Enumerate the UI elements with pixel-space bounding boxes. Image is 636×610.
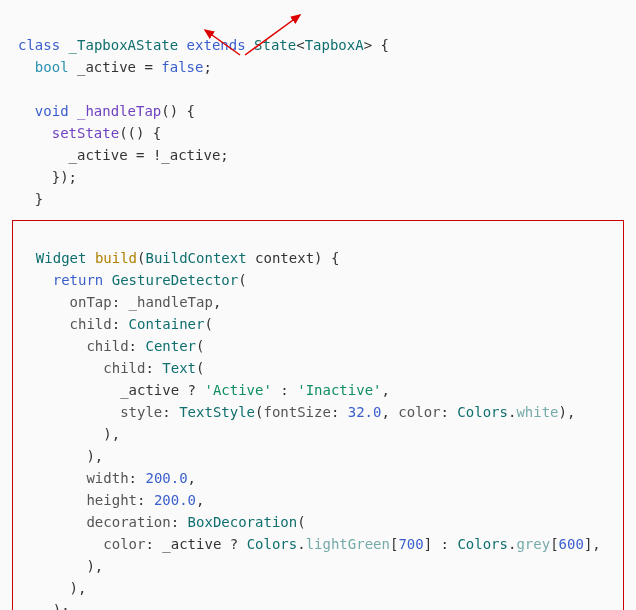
- k-fontsize: fontSize: [263, 404, 330, 420]
- rest: () {: [161, 103, 195, 119]
- colon2: :: [441, 404, 458, 420]
- white: white: [516, 404, 558, 420]
- cls-text: Text: [162, 360, 196, 376]
- cls-container: Container: [129, 316, 205, 332]
- var-active: _active: [77, 59, 136, 75]
- lhs: _active: [69, 147, 128, 163]
- close: ),: [559, 404, 576, 420]
- brace: > {: [364, 37, 389, 53]
- cls-textstyle: TextStyle: [179, 404, 255, 420]
- fn-setstate: setState: [52, 125, 119, 141]
- c: :: [272, 382, 297, 398]
- colors: Colors: [247, 536, 298, 552]
- type-param: TapboxA: [305, 37, 364, 53]
- v-200: 200.0: [145, 470, 187, 486]
- keyword-class: class: [18, 37, 60, 53]
- code-top: class _TapboxAState extends State<Tapbox…: [8, 8, 628, 214]
- fn-handletap: _handleTap: [77, 103, 161, 119]
- key-ontap: onTap: [70, 294, 112, 310]
- line: });: [18, 169, 77, 185]
- line: ),: [19, 448, 103, 464]
- key-width: width: [86, 470, 128, 486]
- colon: :: [129, 470, 146, 486]
- cls-center: Center: [145, 338, 196, 354]
- type-widget: Widget: [36, 250, 87, 266]
- n-600: 600: [559, 536, 584, 552]
- colors: Colors: [457, 536, 508, 552]
- dot: .: [297, 536, 305, 552]
- lightgreen: lightGreen: [306, 536, 390, 552]
- str-active: 'Active': [204, 382, 271, 398]
- colon: :: [171, 514, 188, 530]
- colon: :: [112, 316, 129, 332]
- line: ),: [19, 426, 120, 442]
- b: ],: [584, 536, 601, 552]
- n-700: 700: [398, 536, 423, 552]
- rhs: _active: [161, 147, 220, 163]
- val-handletap: _handleTap: [129, 294, 213, 310]
- rest: (: [238, 272, 246, 288]
- semi: ;: [220, 147, 228, 163]
- colors: Colors: [457, 404, 508, 420]
- keyword-return: return: [53, 272, 104, 288]
- v-32: 32.0: [348, 404, 382, 420]
- rest: (: [196, 360, 204, 376]
- cls-boxdecoration: BoxDecoration: [188, 514, 298, 530]
- type-state: State: [254, 37, 296, 53]
- key-child: child: [70, 316, 112, 332]
- str-inactive: 'Inactive': [297, 382, 381, 398]
- v-200: 200.0: [154, 492, 196, 508]
- k-color: color: [398, 404, 440, 420]
- rest: (() {: [119, 125, 161, 141]
- line: }: [18, 191, 43, 207]
- q: ?: [221, 536, 246, 552]
- class-name: _TapboxAState: [69, 37, 179, 53]
- line: ),: [19, 580, 86, 596]
- pname: context: [247, 250, 314, 266]
- code-build-box: Widget build(BuildContext context) { ret…: [12, 220, 624, 610]
- type-buildcontext: BuildContext: [145, 250, 246, 266]
- line: ),: [19, 558, 103, 574]
- keyword-void: void: [35, 103, 69, 119]
- keyword-extends: extends: [187, 37, 246, 53]
- semi: ;: [203, 59, 211, 75]
- colon: :: [162, 404, 179, 420]
- rest: (: [297, 514, 305, 530]
- comma: ,: [188, 470, 196, 486]
- grey: grey: [516, 536, 550, 552]
- eq: = !: [128, 147, 162, 163]
- key-decoration: decoration: [86, 514, 170, 530]
- key-child: child: [86, 338, 128, 354]
- b: [: [550, 536, 558, 552]
- type-bool: bool: [35, 59, 69, 75]
- key-style: style: [120, 404, 162, 420]
- rest: ) {: [314, 250, 339, 266]
- fn-build: build: [95, 250, 137, 266]
- sep: ,: [381, 404, 398, 420]
- key-color: color: [103, 536, 145, 552]
- line: );: [19, 602, 70, 610]
- comma: ,: [196, 492, 204, 508]
- cond: _active: [162, 536, 221, 552]
- colon: :: [137, 492, 154, 508]
- colon: :: [112, 294, 129, 310]
- q: ?: [179, 382, 204, 398]
- eq: =: [136, 59, 161, 75]
- key-child: child: [103, 360, 145, 376]
- comma: ,: [382, 382, 390, 398]
- colon: :: [145, 536, 162, 552]
- comma: ,: [213, 294, 221, 310]
- key-height: height: [86, 492, 137, 508]
- rest: (: [204, 316, 212, 332]
- colon: :: [145, 360, 162, 376]
- cond: _active: [120, 382, 179, 398]
- cls-gesturedetector: GestureDetector: [112, 272, 238, 288]
- b: ]: [424, 536, 432, 552]
- c: :: [432, 536, 457, 552]
- rest: (: [196, 338, 204, 354]
- colon: :: [129, 338, 146, 354]
- literal-false: false: [161, 59, 203, 75]
